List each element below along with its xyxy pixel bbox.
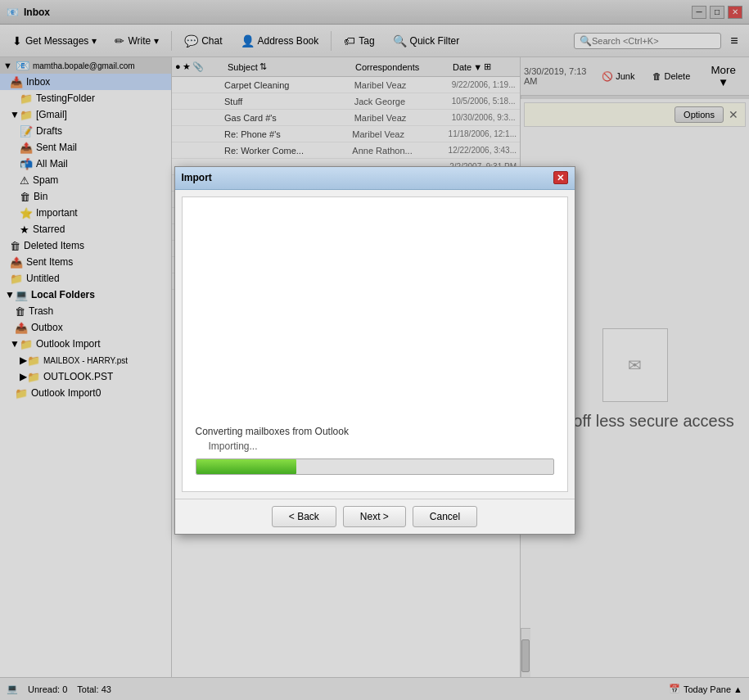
modal-footer: < Back Next > Cancel [175,499,575,534]
cancel-button[interactable]: Cancel [413,506,477,527]
modal-title-text: Import [182,172,212,183]
import-modal: Import ✕ Converting mailboxes from Outlo… [174,166,575,535]
modal-close-button[interactable]: ✕ [553,171,568,184]
modal-sub-text: Importing... [209,440,554,452]
modal-body: Converting mailboxes from Outlook Import… [182,196,568,492]
modal-progress-area: Converting mailboxes from Outlook Import… [196,426,554,475]
back-button[interactable]: < Back [272,506,336,527]
progress-bar-fill [196,459,296,474]
modal-title-bar: Import ✕ [175,167,575,190]
modal-overlay: Import ✕ Converting mailboxes from Outlo… [0,0,749,700]
progress-bar-background [196,458,554,475]
next-button[interactable]: Next > [343,506,406,527]
modal-status-text: Converting mailboxes from Outlook [196,426,554,437]
